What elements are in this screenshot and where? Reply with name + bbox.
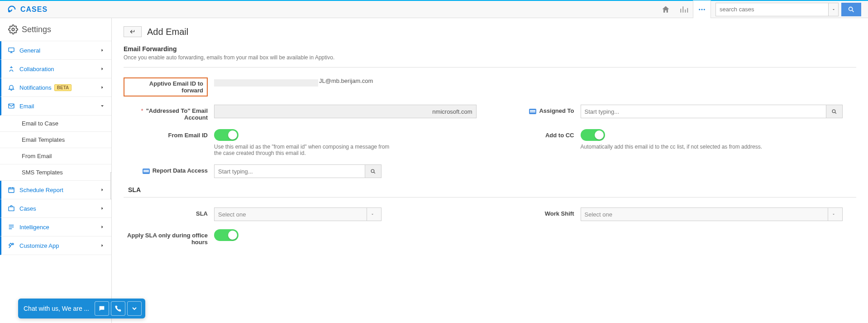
sidebar-sub-from-email[interactable]: From Email <box>0 148 111 164</box>
back-button[interactable] <box>124 26 142 37</box>
app-header: CASES <box>0 0 868 18</box>
search-submit-button[interactable] <box>841 3 861 16</box>
sidebar-item-notifications[interactable]: Notifications BETA <box>0 78 111 97</box>
chat-call-button[interactable] <box>111 301 125 316</box>
label-work-shift: Work Shift <box>490 207 581 221</box>
share-icon <box>8 65 15 72</box>
sidebar-sub-email-to-case[interactable]: Email to Case <box>0 116 111 132</box>
settings-title: Settings <box>0 18 111 41</box>
row-apply-sla: Apply SLA only during office hours <box>124 229 856 246</box>
sidebar-sub-email-templates[interactable]: Email Templates <box>0 132 111 148</box>
tools-icon <box>8 242 15 249</box>
from-email-desc: Use this email id as the "from email id"… <box>214 144 395 156</box>
svg-rect-8 <box>9 188 14 193</box>
phone-icon <box>114 305 122 312</box>
card-icon <box>529 109 536 114</box>
chat-collapse-button[interactable] <box>127 301 142 316</box>
label-from-email-id: From Email ID <box>124 129 214 156</box>
svg-point-4 <box>849 7 853 10</box>
svg-point-5 <box>12 28 14 31</box>
content-area: Add Email Email Forwarding Once you enab… <box>112 18 868 323</box>
chevron-right-icon <box>100 187 105 193</box>
from-email-toggle[interactable] <box>214 129 238 141</box>
report-data-access-input[interactable] <box>214 164 365 178</box>
label-add-to-cc: Add to CC <box>490 129 581 156</box>
add-to-cc-toggle[interactable] <box>581 129 605 141</box>
back-arrow-icon <box>129 29 137 35</box>
assigned-to-input[interactable] <box>581 105 827 118</box>
app-name: CASES <box>20 5 48 14</box>
chevron-right-icon <box>100 224 105 230</box>
chevron-right-icon <box>100 66 105 72</box>
search-dropdown-button[interactable] <box>829 3 839 16</box>
label-sla: SLA <box>124 207 214 221</box>
svg-point-11 <box>371 169 374 173</box>
sidebar-collapse-handle[interactable] <box>110 172 112 199</box>
label-report-data-access: Report Data Access <box>124 164 214 178</box>
add-to-cc-desc: Automatically add this email id to the c… <box>581 144 843 150</box>
sidebar-item-intelligence[interactable]: Intelligence <box>0 218 111 236</box>
work-shift-select[interactable]: Select one <box>581 207 843 221</box>
label-apptivo-email-id: Apptivo Email ID to forward <box>124 77 208 96</box>
card-icon <box>143 169 150 174</box>
main-layout: Settings General Collaboration Notificat… <box>0 18 868 323</box>
chevron-right-icon <box>100 85 105 90</box>
more-icon[interactable] <box>693 0 711 19</box>
content-header: Add Email <box>124 26 856 37</box>
search-input[interactable] <box>715 3 829 16</box>
logo-area: CASES <box>7 5 657 14</box>
list-icon <box>8 223 15 231</box>
row-report-data-access: Report Data Access <box>124 164 856 178</box>
gear-icon <box>8 24 18 34</box>
sidebar-item-cases[interactable]: Cases <box>0 199 111 218</box>
monitor-icon <box>8 47 15 54</box>
section-description: Once you enable auto forwarding, emails … <box>124 54 856 61</box>
svg-rect-6 <box>9 48 14 52</box>
row-sla-workshift: SLA Select one Work Shift Select one <box>124 207 856 221</box>
report-data-access-search-button[interactable] <box>365 164 382 178</box>
chat-widget[interactable]: Chat with us, We are ... <box>18 299 145 318</box>
header-actions <box>657 0 861 19</box>
envelope-icon <box>8 102 15 110</box>
row-from-cc: From Email ID Use this email id as the "… <box>124 129 856 156</box>
sidebar-sub-sms-templates[interactable]: SMS Templates <box>0 164 111 181</box>
svg-point-3 <box>704 9 705 10</box>
sidebar-item-customize-app[interactable]: Customize App <box>0 236 111 255</box>
chat-text: Chat with us, We are ... <box>22 305 89 312</box>
addressed-to-input[interactable]: nmicrosoft.com <box>214 105 477 118</box>
label-apply-sla-office-hours: Apply SLA only during office hours <box>124 229 214 246</box>
chevron-down-icon <box>100 103 105 109</box>
section-title-email-forwarding: Email Forwarding <box>124 45 856 53</box>
divider <box>124 67 856 67</box>
row-addressed-assigned: *"Addressed To" Email Account nmicrosoft… <box>124 105 856 121</box>
chevron-left-icon <box>111 183 112 189</box>
section-sla: SLA SLA Select one Work Shift <box>124 186 856 246</box>
chevron-right-icon <box>100 206 105 211</box>
row-apptivo-email: Apptivo Email ID to forward JL@mb.berija… <box>124 77 856 96</box>
svg-point-0 <box>9 10 10 12</box>
label-assigned-to: Assigned To <box>490 105 581 121</box>
svg-point-2 <box>701 9 703 10</box>
page-title: Add Email <box>147 27 188 37</box>
bell-icon <box>8 84 15 91</box>
sidebar-item-general[interactable]: General <box>0 41 111 60</box>
svg-point-10 <box>832 110 835 113</box>
home-icon[interactable] <box>657 0 675 19</box>
caret-down-icon <box>367 208 377 221</box>
sla-select[interactable]: Select one <box>214 207 382 221</box>
apply-sla-toggle[interactable] <box>214 229 238 241</box>
calendar-icon <box>8 186 15 193</box>
chevron-down-icon <box>131 305 138 312</box>
chat-message-button[interactable] <box>95 301 109 316</box>
search-container <box>715 3 861 16</box>
section-title-sla: SLA <box>124 186 856 193</box>
sidebar-item-email[interactable]: Email <box>0 97 111 116</box>
app-logo-icon <box>7 5 17 14</box>
chat-icon <box>98 305 105 312</box>
sidebar-item-schedule-report[interactable]: Schedule Report <box>0 181 111 199</box>
analytics-icon[interactable] <box>675 0 693 19</box>
assigned-to-search-button[interactable] <box>826 105 843 118</box>
sidebar-item-collaboration[interactable]: Collaboration <box>0 60 111 78</box>
divider <box>124 197 856 198</box>
label-addressed-to: *"Addressed To" Email Account <box>124 105 214 121</box>
